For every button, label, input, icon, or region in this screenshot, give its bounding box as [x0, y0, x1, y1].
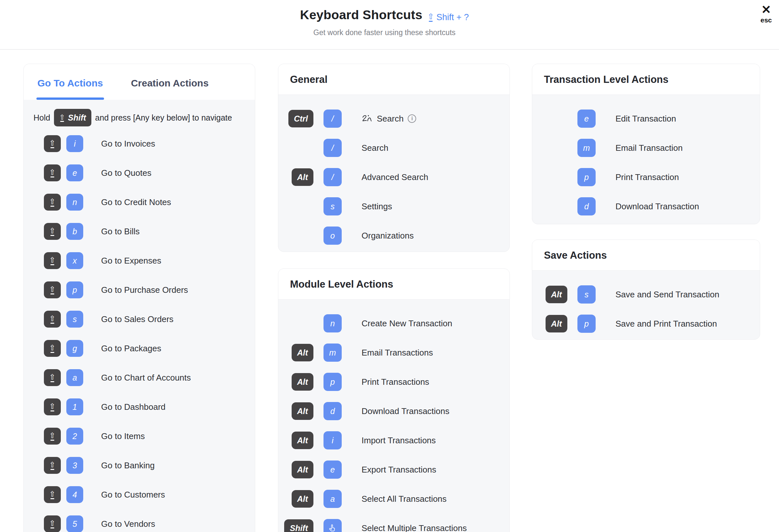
shift-icon: ⇧: [49, 286, 55, 294]
shortcut-label: Go to Items: [101, 431, 145, 441]
shortcut-row: ⇧ 4 Go to Customers: [24, 480, 248, 509]
letter-key: p: [323, 373, 342, 391]
shortcut-row: Alt d Download Transactions i: [281, 396, 503, 426]
subtitle: Get work done faster using these shortcu…: [300, 28, 469, 37]
shift-key: ⇧ Shift: [54, 109, 91, 126]
letter-key: a: [323, 490, 342, 508]
modifier-key: Alt: [292, 402, 313, 420]
modifier-key: Alt: [292, 461, 313, 478]
shortcut-label: Go to Expenses: [101, 256, 161, 266]
shift-key: ⇧: [44, 252, 61, 269]
letter-key: n: [66, 194, 83, 211]
shift-icon: ⇧: [59, 114, 65, 122]
shortcut-row: ⇧ a Go to Chart of Accounts: [24, 363, 248, 392]
module-level-actions-card: Module Level Actions n: [278, 268, 510, 532]
shift-icon: ⇧: [49, 139, 55, 148]
shift-key: ⇧: [44, 135, 61, 152]
modal-header: Keyboard Shortcuts ⇧ Shift + ? Get work …: [0, 0, 779, 50]
letter-key: n: [323, 314, 342, 332]
shortcut-label: Go to Banking: [101, 461, 155, 471]
shortcut-row: ⇧ 5 Go to Vendors: [24, 509, 248, 532]
shortcut-label: Go to Dashboard: [101, 402, 166, 412]
shortcut-label: Go to Sales Orders: [101, 314, 174, 324]
shortcut-label: Save and Send Transaction: [615, 289, 719, 300]
shortcut-label: Download Transactions: [362, 406, 449, 416]
shift-icon: ⇧: [49, 461, 55, 470]
close-button[interactable]: ✕ esc: [761, 4, 772, 24]
go-to-actions-card: Go To Actions Creation Actions Hold ⇧ Sh…: [23, 64, 255, 532]
info-icon[interactable]: i: [408, 114, 416, 123]
shortcut-row: ⇧ e Go to Quotes: [24, 158, 248, 188]
letter-key: 4: [66, 486, 83, 503]
shortcut-row: o Organizations i: [281, 221, 503, 250]
shortcut-label: Go to Packages: [101, 343, 161, 353]
shortcut-row: s Settings i: [281, 192, 503, 221]
shortcut-label: Download Transaction: [615, 201, 699, 212]
page-title: Keyboard Shortcuts: [300, 8, 422, 22]
shortcut-label: Organizations: [362, 231, 414, 241]
shortcut-row: ⇧ s Go to Sales Orders: [24, 305, 248, 334]
shortcut-label: Print Transactions: [362, 377, 429, 387]
shortcut-row: ⇧ 1 Go to Dashboard: [24, 392, 248, 421]
modifier-key: Alt: [292, 490, 313, 508]
shortcut-row: ⇧ n Go to Credit Notes: [24, 188, 248, 217]
shortcut-row: n Create New Transaction i: [281, 309, 503, 338]
shortcut-label: Go to Customers: [101, 490, 165, 500]
letter-key: d: [323, 402, 342, 420]
letter-key: p: [578, 168, 596, 186]
pointer-icon: [328, 524, 337, 532]
letter-key: 5: [66, 516, 83, 532]
shortcut-row: ⇧ i Go to Invoices: [24, 129, 248, 158]
shortcut-row: Alt e Export Transactions i: [281, 455, 503, 484]
letter-key: g: [66, 340, 83, 357]
letter-key: i: [323, 431, 342, 450]
shortcut-label: Import Transactions: [362, 436, 436, 446]
modifier-key: Ctrl: [288, 110, 313, 127]
letter-key: s: [66, 311, 83, 328]
close-icon[interactable]: ✕: [761, 4, 771, 16]
shift-key: ⇧: [44, 311, 61, 328]
card-title: General: [290, 74, 327, 85]
shortcut-row: d Download Transaction: [535, 192, 753, 221]
letter-key: /: [323, 139, 342, 157]
shortcut-label: Edit Transaction: [615, 114, 676, 124]
esc-label: esc: [761, 16, 772, 24]
letter-key: e: [66, 164, 83, 181]
shift-icon: ⇧: [49, 403, 55, 411]
shortcut-row: Ctrl / Search i: [281, 104, 503, 133]
shift-key: ⇧: [44, 398, 61, 415]
shortcut-label: Save and Print Transaction: [615, 319, 717, 329]
shortcut-row: ⇧ g Go to Packages: [24, 334, 248, 363]
modifier-key: Alt: [292, 344, 313, 361]
shift-key: ⇧: [44, 340, 61, 357]
shift-icon: ⇧: [49, 432, 55, 441]
shortcut-label: Email Transactions: [362, 348, 433, 358]
shortcut-row: Alt m Email Transactions i: [281, 338, 503, 367]
letter-key: b: [66, 223, 83, 240]
modifier-key: Alt: [292, 168, 313, 186]
tab-creation-actions[interactable]: Creation Actions: [131, 78, 209, 100]
modifier-key: Alt: [292, 373, 313, 391]
shift-icon: ⇧: [49, 520, 55, 528]
shift-key: ⇧: [44, 428, 61, 445]
shortcut-label: Select All Transactions: [362, 494, 447, 504]
shortcut-label: Go to Bills: [101, 226, 140, 237]
keyboard-shortcuts-modal: Keyboard Shortcuts ⇧ Shift + ? Get work …: [0, 0, 779, 532]
letter-key: s: [578, 285, 596, 304]
shortcut-label: Go to Quotes: [101, 168, 152, 178]
shortcut-row: Alt / Advanced Search i: [281, 162, 503, 192]
shortcut-hint-text: Shift + ?: [436, 12, 469, 22]
tab-bar: Go To Actions Creation Actions: [24, 64, 255, 100]
shortcut-label: Advanced Search: [362, 172, 428, 182]
shortcut-row: Alt p Print Transactions i: [281, 367, 503, 396]
letter-key: [323, 519, 342, 532]
shift-key: ⇧: [44, 486, 61, 503]
shortcut-label: Create New Transaction: [362, 319, 452, 329]
shortcut-label: Search: [362, 143, 388, 153]
general-card: General Ctrl /: [278, 64, 510, 252]
shortcut-label: Go to Credit Notes: [101, 197, 171, 207]
letter-key: o: [323, 226, 342, 245]
tab-go-to-actions[interactable]: Go To Actions: [38, 78, 103, 100]
shift-icon: ⇧: [49, 169, 55, 178]
shortcut-label: Select Multiple Transactions: [362, 523, 467, 532]
